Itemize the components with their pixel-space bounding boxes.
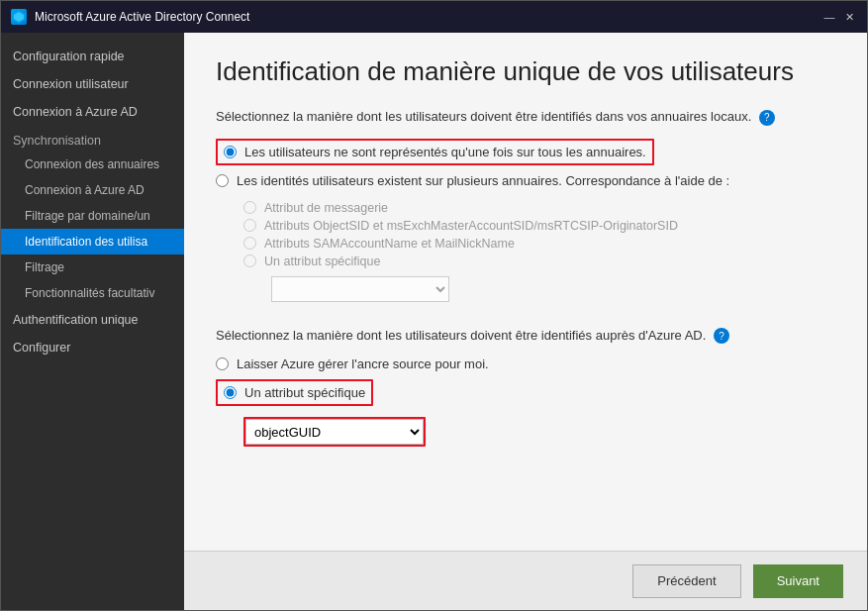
radio-option-several-annuaires: Les identités utilisateurs existent sur … [216, 170, 835, 191]
page-title: Identification de manière unique de vos … [216, 56, 835, 87]
next-button[interactable]: Suivant [753, 564, 843, 598]
sidebar-item-connexion-utilisateur[interactable]: Connexion utilisateur [1, 70, 184, 98]
help-icon-section1[interactable]: ? [759, 110, 775, 126]
radio1-highlighted-box: Les utilisateurs ne sont représentés qu'… [216, 139, 654, 165]
suboption-objectsid: Attributs ObjectSID et msExchMasterAccou… [243, 217, 835, 235]
sidebar-item-filtrage[interactable]: Filtrage [1, 255, 184, 280]
radio-attribut-specifique-label: Un attribut spécifique [264, 255, 380, 268]
radio-samaccountname-label: Attributs SAMAccountName et MailNickName [264, 237, 515, 251]
bottom-bar: Précédent Suivant [184, 551, 867, 610]
radio-objectsid-label: Attributs ObjectSID et msExchMasterAccou… [264, 219, 678, 233]
radio-un-attribut-specifique-label[interactable]: Un attribut spécifique [244, 385, 365, 400]
radio-messagerie[interactable] [243, 201, 256, 214]
title-bar: Microsoft Azure Active Directory Connect… [1, 1, 867, 33]
section2-label: Sélectionnez la manière dont les utilisa… [216, 328, 835, 345]
content-area: Identification de manière unique de vos … [184, 33, 867, 551]
radio-group-section2: Laisser Azure gérer l'ancre source pour … [216, 354, 835, 409]
close-button[interactable]: ✕ [841, 9, 857, 25]
sidebar-item-connexion-azure-sub[interactable]: Connexion à Azure AD [1, 177, 184, 203]
help-icon-section2[interactable]: ? [714, 328, 729, 344]
sidebar-item-connexion-azure[interactable]: Connexion à Azure AD [1, 98, 184, 126]
window-controls: — ✕ [821, 9, 857, 25]
radio-samaccountname[interactable] [243, 237, 256, 250]
suboption-messagerie: Attribut de messagerie [243, 199, 835, 217]
radio-attribut-specifique[interactable] [243, 255, 256, 267]
sidebar-item-identification[interactable]: Identification des utilisa [1, 229, 184, 255]
radio-option-un-attribut: Un attribut spécifique [216, 376, 835, 409]
sidebar-item-auth-unique[interactable]: Authentification unique [1, 306, 184, 334]
radio-un-attribut-specifique[interactable] [224, 386, 237, 399]
sidebar-section-synchronisation: Synchronisation [1, 126, 184, 152]
sidebar: Configuration rapide Connexion utilisate… [1, 33, 184, 610]
radio-laisser-azure-label[interactable]: Laisser Azure gérer l'ancre source pour … [237, 356, 489, 371]
radio-all-annuaires[interactable] [224, 146, 237, 158]
window-title: Microsoft Azure Active Directory Connect [35, 10, 821, 24]
app-window: Microsoft Azure Active Directory Connect… [0, 0, 868, 611]
radio-messagerie-label: Attribut de messagerie [264, 201, 388, 215]
section1-label: Sélectionnez la manière dont les utilisa… [216, 109, 835, 126]
radio-several-annuaires-label[interactable]: Les identités utilisateurs existent sur … [237, 173, 729, 188]
suboption-samaccountname: Attributs SAMAccountName et MailNickName [243, 235, 835, 253]
radio-all-annuaires-label[interactable]: Les utilisateurs ne sont représentés qu'… [244, 145, 646, 159]
section-divider [216, 308, 835, 328]
sidebar-item-configurer[interactable]: Configurer [1, 334, 184, 361]
dropdown-section2-row: objectGUID objectSID ms-DS-ConsistencyGu… [243, 417, 835, 447]
main-content: Identification de manière unique de vos … [184, 33, 867, 610]
radio2-section2-highlighted-box: Un attribut spécifique [216, 379, 373, 406]
suboption-attribut-specifique: Un attribut spécifique [243, 253, 835, 270]
sub-options-section1: Attribut de messagerie Attributs ObjectS… [243, 199, 835, 302]
radio-objectsid[interactable] [243, 219, 256, 232]
sidebar-item-connexion-annuaires[interactable]: Connexion des annuaires [1, 152, 184, 177]
radio-group-section1: Les utilisateurs ne sont représentés qu'… [216, 136, 835, 191]
radio-laisser-azure[interactable] [216, 357, 229, 370]
back-button[interactable]: Précédent [632, 564, 740, 598]
sidebar-item-config-rapide[interactable]: Configuration rapide [1, 43, 184, 70]
radio-several-annuaires[interactable] [216, 174, 229, 187]
radio-option-all-annuaires: Les utilisateurs ne sont représentés qu'… [216, 136, 835, 168]
sidebar-item-fonctionnalites[interactable]: Fonctionnalités facultativ [1, 280, 184, 306]
dropdown-section1-row [271, 276, 835, 302]
dropdown-section2[interactable]: objectGUID objectSID ms-DS-ConsistencyGu… [245, 419, 424, 445]
app-icon [11, 9, 27, 25]
minimize-button[interactable]: — [821, 9, 837, 25]
dropdown-section2-highlighted: objectGUID objectSID ms-DS-ConsistencyGu… [243, 417, 426, 447]
radio-option-laisser-azure: Laisser Azure gérer l'ancre source pour … [216, 354, 835, 374]
sidebar-item-filtrage-domaine[interactable]: Filtrage par domaine/un [1, 203, 184, 229]
dropdown-section1[interactable] [271, 276, 449, 302]
window-body: Configuration rapide Connexion utilisate… [1, 33, 867, 610]
